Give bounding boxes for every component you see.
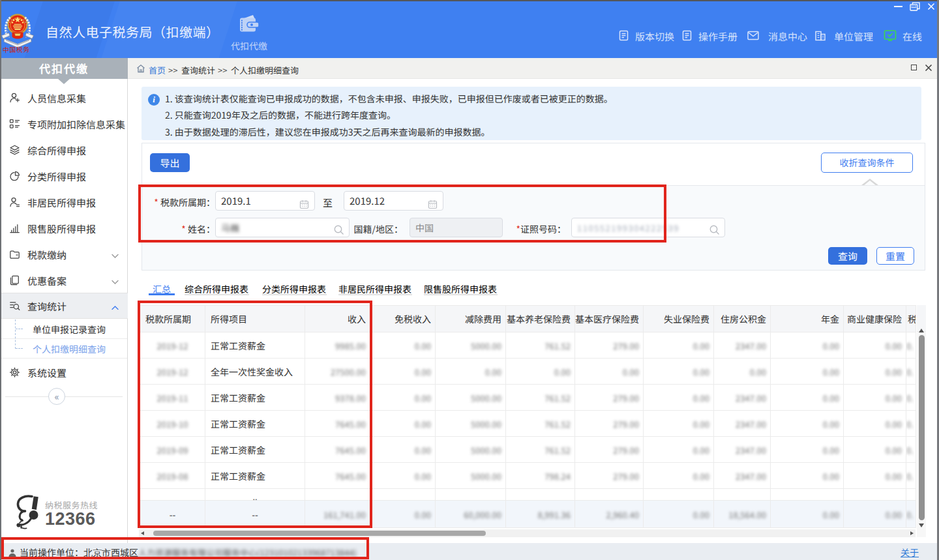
svg-text:中国税务: 中国税务 [3, 44, 30, 54]
